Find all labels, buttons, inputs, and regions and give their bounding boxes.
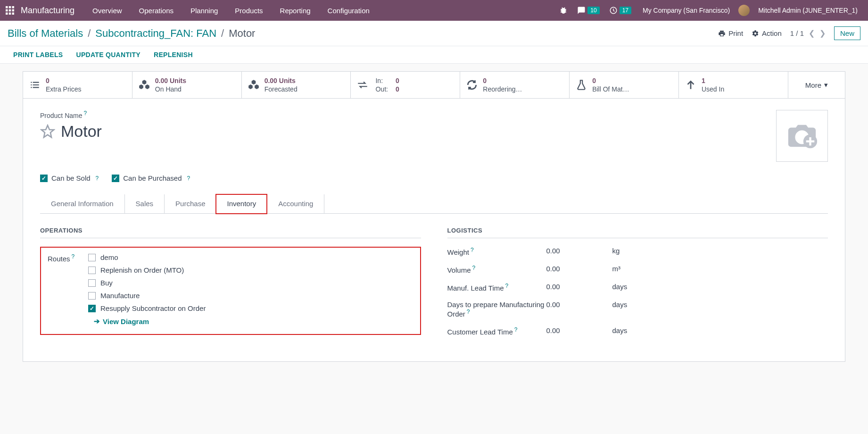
help-icon[interactable]: ? [471,247,474,253]
stat-label: Forecasted [265,85,298,93]
nav-products[interactable]: Products [228,7,269,15]
route-buy[interactable]: Buy [88,279,206,287]
print-label: Print [728,29,743,37]
nav-operations[interactable]: Operations [132,7,180,15]
svg-rect-1 [9,6,11,8]
refresh-icon [466,79,478,91]
field-label: Volume [447,266,471,274]
stat-bom[interactable]: 0 Bill Of Mat… [570,72,679,98]
image-upload[interactable] [776,110,828,162]
stat-on-hand[interactable]: 0.00 Units On Hand [132,72,242,98]
breadcrumb-root[interactable]: Bills of Materials [8,27,83,40]
bug-icon[interactable] [556,6,570,15]
svg-rect-4 [9,9,11,12]
route-list: demo Replenish on Order (MTO) Buy [88,253,206,326]
in-label: In: [375,77,388,84]
action-bar: PRINT LABELS UPDATE QUANTITY REPLENISH [0,46,868,64]
route-demo[interactable]: demo [88,253,206,261]
field-value[interactable]: 0.00 [546,300,612,309]
stat-more-button[interactable]: More ▾ [788,72,845,98]
help-icon[interactable]: ? [83,110,87,117]
product-name[interactable]: Motor [61,122,102,141]
stat-in-out[interactable]: In: 0 Out: 0 [351,72,460,98]
breadcrumb-parent[interactable]: Subcontracting_FAN: FAN [95,27,216,40]
breadcrumb: Bills of Materials / Subcontracting_FAN:… [8,27,255,40]
activities-icon[interactable]: 17 [606,6,634,15]
help-icon[interactable]: ? [187,175,190,182]
stat-extra-prices[interactable]: 0 Extra Prices [23,72,132,98]
breadcrumb-current: Motor [229,27,255,40]
pager-next-icon[interactable]: ❯ [819,29,826,38]
print-labels-button[interactable]: PRINT LABELS [13,51,63,58]
update-quantity-button[interactable]: UPDATE QUANTITY [76,51,141,58]
logistics-title: LOGISTICS [447,227,828,238]
view-diagram-link[interactable]: ➔ View Diagram [94,317,206,326]
list-icon [29,79,41,91]
logistics-customer-lead-time: Customer Lead Time? 0.00 days [447,326,828,336]
messages-badge: 10 [587,7,599,14]
company-selector[interactable]: My Company (San Francisco) [638,7,735,14]
new-button[interactable]: New [834,26,860,40]
svg-rect-7 [9,13,11,15]
help-icon[interactable]: ? [514,326,518,333]
action-label: Action [762,29,782,37]
tab-general-information[interactable]: General Information [40,194,124,214]
svg-rect-2 [12,6,15,8]
tab-sales[interactable]: Sales [125,194,165,214]
stat-reordering[interactable]: 0 Reordering… [460,72,570,98]
route-label: Resupply Subcontractor on Order [100,304,206,312]
print-button[interactable]: Print [718,29,743,37]
nav-reporting[interactable]: Reporting [273,7,317,15]
route-label: Manufacture [100,292,140,300]
svg-rect-6 [6,13,8,15]
caret-down-icon: ▾ [824,81,828,89]
can-be-purchased-checkbox[interactable]: Can be Purchased ? [112,174,190,182]
can-be-sold-label: Can be Sold [51,174,91,182]
in-val: 0 [396,77,399,84]
nav-planning[interactable]: Planning [184,7,224,15]
field-value[interactable]: 0.00 [546,265,612,273]
help-icon[interactable]: ? [505,283,509,289]
route-manufacture[interactable]: Manufacture [88,292,206,300]
header-actions: Print Action 1 / 1 ❮ ❯ New [718,26,860,40]
apps-icon[interactable] [6,6,14,15]
can-be-purchased-label: Can be Purchased [123,174,182,182]
field-label: Customer Lead Time [447,328,513,336]
pager-prev-icon[interactable]: ❮ [809,29,815,38]
breadcrumb-sep: / [221,27,224,40]
help-icon[interactable]: ? [72,253,75,260]
replenish-button[interactable]: REPLENISH [154,51,193,58]
tab-accounting[interactable]: Accounting [267,194,324,214]
stat-used-in[interactable]: 1 Used In [679,72,788,98]
route-mto[interactable]: Replenish on Order (MTO) [88,266,206,274]
user-menu[interactable]: Mitchell Admin (JUNE_ENTER_1) [753,7,862,14]
svg-rect-8 [12,13,15,15]
stat-forecasted[interactable]: 0.00 Units Forecasted [242,72,351,98]
stat-row: 0 Extra Prices 0.00 Units On Hand 0.00 U… [23,72,845,99]
nav-overview[interactable]: Overview [86,7,129,15]
can-be-sold-checkbox[interactable]: Can be Sold ? [40,174,99,182]
help-icon[interactable]: ? [472,265,476,271]
route-resupply-subcontractor[interactable]: Resupply Subcontractor on Order [88,304,206,312]
action-button[interactable]: Action [752,29,782,37]
checkbox-icon [88,305,96,312]
breadcrumb-sep: / [88,27,91,40]
help-icon[interactable]: ? [467,309,470,315]
out-val: 0 [396,85,399,93]
help-icon[interactable]: ? [96,175,99,182]
svg-rect-5 [12,9,15,12]
field-value[interactable]: 0.00 [546,283,612,291]
pager-text[interactable]: 1 / 1 [790,29,804,37]
messages-icon[interactable]: 10 [574,6,602,15]
app-title[interactable]: Manufacturing [21,6,74,16]
field-value[interactable]: 0.00 [546,247,612,255]
avatar-icon[interactable] [738,5,750,16]
tab-purchase[interactable]: Purchase [165,194,216,214]
logistics-section: LOGISTICS Weight? 0.00 kg Volume? 0.00 m… [447,227,828,344]
tab-inventory[interactable]: Inventory [216,194,267,214]
field-value[interactable]: 0.00 [546,326,612,334]
stat-val: 0 [483,76,522,85]
logistics-manuf-lead-time: Manuf. Lead Time? 0.00 days [447,283,828,292]
star-icon[interactable] [40,124,55,139]
nav-configuration[interactable]: Configuration [321,7,376,15]
